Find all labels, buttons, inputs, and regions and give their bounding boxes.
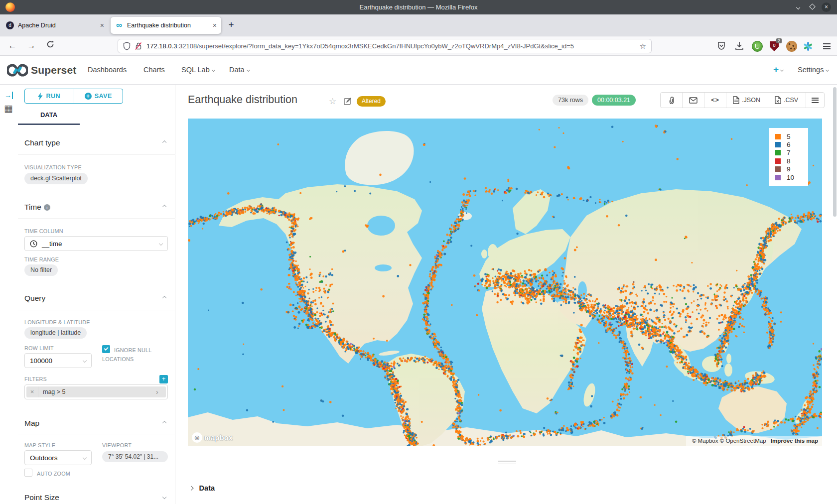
panel-resize-handle[interactable]	[498, 461, 516, 466]
explore-control-panel: RUN + SAVE DATA Chart type VISUALIZATION…	[18, 85, 175, 504]
ignore-null-label: IGNORE NULL	[114, 347, 151, 353]
export-json-button[interactable]: .JSON	[726, 93, 767, 108]
filter-pill[interactable]: × mag > 5 ›	[26, 386, 166, 397]
nav-data[interactable]: Data	[229, 56, 250, 84]
nav-dashboards[interactable]: Dashboards	[88, 56, 127, 84]
window-minimize-button[interactable]	[794, 2, 803, 12]
permissions-shield-icon[interactable]	[123, 42, 131, 50]
info-icon: i	[44, 204, 50, 211]
view-query-button[interactable]: <>	[704, 93, 726, 108]
superset-favicon: ∞	[115, 21, 123, 29]
url-text[interactable]: 172.18.0.3:32108/superset/explore/?form_…	[146, 42, 636, 50]
row-limit-select[interactable]: 100000	[24, 353, 92, 368]
window-close-button[interactable]: ×	[822, 2, 831, 12]
browser-tab-earthquake[interactable]: ∞ Earthquake distribution ×	[111, 17, 221, 34]
colorful-asterisk-extension-icon[interactable]	[802, 41, 813, 52]
tab-close-icon[interactable]: ×	[213, 21, 217, 29]
save-button[interactable]: + SAVE	[74, 89, 123, 103]
window-maximize-button[interactable]	[808, 2, 817, 12]
run-save-group: RUN + SAVE	[24, 89, 123, 104]
deckgl-scatter-map[interactable]: 5 6 7 8 9 10 ◎ mapbox © Mapbox © OpenStr…	[188, 119, 822, 446]
altered-badge[interactable]: Altered	[357, 96, 386, 107]
left-icon-strip: → ▦	[0, 85, 18, 504]
viewport-pill[interactable]: 7° 35' 54.02" | 31...	[102, 451, 168, 462]
improve-map-link[interactable]: Improve this map	[771, 438, 818, 444]
map-style-label: MAP STYLE	[24, 442, 55, 448]
ignore-null-checkbox[interactable]	[102, 345, 110, 353]
extension-green-icon[interactable]	[752, 41, 763, 52]
filter-expand-icon[interactable]: ›	[156, 388, 166, 396]
insecure-lock-icon[interactable]	[135, 42, 142, 50]
email-button[interactable]	[683, 93, 704, 108]
data-results-collapse[interactable]: Data	[189, 484, 215, 492]
downloads-icon[interactable]	[734, 41, 745, 52]
url-bar[interactable]: 172.18.0.3:32108/superset/explore/?form_…	[118, 39, 652, 53]
section-time[interactable]: Timei	[24, 203, 168, 212]
tab-inkbar	[18, 124, 80, 125]
superset-navbar: Superset Dashboards Charts SQL Lab Data …	[0, 56, 837, 85]
envelope-icon	[689, 97, 698, 104]
run-button[interactable]: RUN	[25, 89, 74, 103]
tab-close-icon[interactable]: ×	[100, 21, 104, 29]
viz-type-pill[interactable]: deck.gl Scatterplot	[24, 173, 88, 184]
edit-properties-icon[interactable]	[344, 97, 352, 107]
nav-settings[interactable]: Settings	[798, 56, 829, 84]
legend-row: 9	[775, 165, 808, 173]
url-host: 172.18.0.3	[146, 42, 177, 50]
druid-favicon: d	[6, 21, 14, 29]
reload-button[interactable]	[44, 40, 57, 52]
circle-plus-icon: +	[85, 93, 92, 100]
mapbox-logo[interactable]: ◎ mapbox	[192, 432, 233, 443]
back-button[interactable]: ←	[6, 40, 19, 52]
attribution-text[interactable]: © Mapbox © OpenStreetMap	[692, 438, 766, 444]
filter-container: × mag > 5 ›	[24, 384, 168, 399]
firefox-logo-icon	[5, 2, 15, 12]
add-filter-button[interactable]: +	[159, 375, 168, 383]
clock-icon	[30, 240, 37, 248]
map-style-select[interactable]: Outdoors	[24, 450, 92, 465]
superset-logo[interactable]: Superset	[7, 64, 76, 77]
app-menu-icon[interactable]	[821, 41, 832, 52]
time-range-pill[interactable]: No filter	[24, 264, 58, 276]
new-tab-button[interactable]: +	[225, 19, 237, 30]
viewport-label: VIEWPORT	[102, 442, 132, 448]
section-point-size[interactable]: Point Size	[24, 493, 168, 502]
export-csv-button[interactable]: .CSV	[767, 93, 806, 108]
chart-more-menu-button[interactable]	[806, 93, 824, 108]
world-map	[188, 119, 822, 446]
reload-icon	[46, 40, 54, 48]
collapse-panel-icon[interactable]: →	[4, 92, 13, 99]
tab-data[interactable]: DATA	[18, 111, 80, 119]
new-item-button[interactable]: +	[773, 56, 783, 84]
cookie-extension-icon[interactable]	[786, 41, 797, 52]
divider	[18, 218, 175, 219]
legend-swatch	[775, 134, 781, 139]
ignore-null-label2: LOCATIONS	[102, 356, 134, 362]
auto-zoom-checkbox[interactable]	[24, 469, 32, 477]
time-column-select[interactable]: __time	[24, 236, 168, 251]
copy-link-button[interactable]	[661, 93, 683, 108]
legend-swatch	[775, 150, 781, 155]
page-scrollbar[interactable]	[833, 87, 837, 217]
favorite-star-icon[interactable]: ☆	[329, 96, 336, 107]
legend-swatch	[775, 175, 781, 180]
bookmark-star-icon[interactable]: ☆	[640, 42, 646, 51]
dataset-grid-icon[interactable]: ▦	[4, 103, 13, 114]
file-x-icon	[775, 96, 781, 104]
ublock-icon[interactable]: ʊ 2	[769, 41, 780, 52]
nav-charts[interactable]: Charts	[143, 56, 165, 84]
section-query[interactable]: Query	[24, 294, 168, 303]
filters-label: FILTERS	[24, 376, 47, 382]
forward-button[interactable]: →	[25, 40, 38, 52]
nav-sql-lab[interactable]: SQL Lab	[181, 56, 215, 84]
link-icon	[668, 96, 676, 104]
browser-tab-druid[interactable]: d Apache Druid ×	[1, 17, 109, 34]
lonlat-pill[interactable]: longitude | latitude	[24, 327, 87, 339]
section-map[interactable]: Map	[24, 419, 168, 428]
remove-filter-icon[interactable]: ×	[26, 386, 38, 397]
section-chart-type[interactable]: Chart type	[24, 138, 168, 147]
row-limit-value: 100000	[30, 357, 52, 365]
row-limit-label: ROW LIMIT	[24, 345, 54, 351]
divider	[18, 310, 175, 310]
pocket-shield-icon[interactable]	[716, 41, 727, 52]
